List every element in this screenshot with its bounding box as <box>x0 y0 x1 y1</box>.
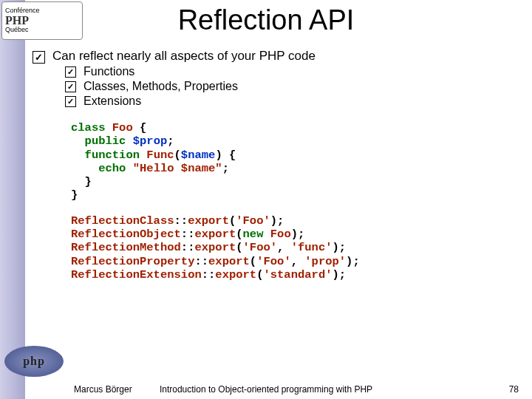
code-block-reflection-calls: ReflectionClass::export('Foo'); Reflecti… <box>71 214 520 282</box>
sidebar-stripe <box>0 0 25 399</box>
sub-bullet: Functions <box>65 65 520 78</box>
sub-bullet: Extensions <box>65 95 520 108</box>
checkbox-icon <box>65 66 76 78</box>
code-block-class-def: class Foo { public $prop; function Func(… <box>71 121 520 202</box>
sub-bullet: Classes, Methods, Properties <box>65 80 520 93</box>
php-logo-text: php <box>23 355 45 368</box>
slide-title: Reflection API <box>0 4 532 36</box>
slide-content: Can reflect nearly all aspects of your P… <box>33 47 520 282</box>
checkbox-icon <box>33 51 45 64</box>
main-bullet-text: Can reflect nearly all aspects of your P… <box>52 49 316 64</box>
checkbox-icon <box>65 96 76 107</box>
php-logo: php <box>4 346 64 377</box>
sub-bullet-text: Extensions <box>83 95 141 108</box>
sub-bullet-text: Classes, Methods, Properties <box>83 80 238 93</box>
main-bullet: Can reflect nearly all aspects of your P… <box>33 49 520 64</box>
checkbox-icon <box>65 81 76 92</box>
footer-page-number: 78 <box>509 384 519 395</box>
footer-title: Introduction to Object-oriented programm… <box>0 384 532 395</box>
sub-bullet-text: Functions <box>83 65 134 78</box>
